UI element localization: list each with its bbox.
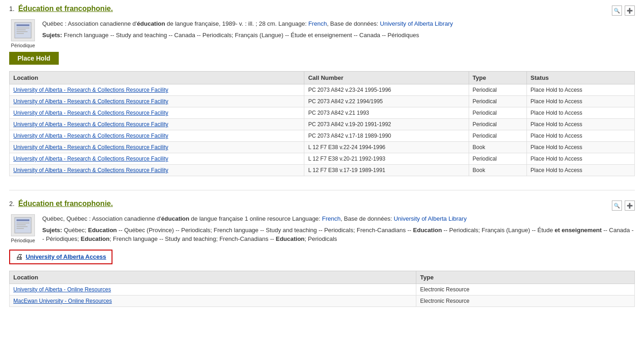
ua-access-button[interactable]: 🖨 University of Alberta Access [9,250,112,264]
status-cell: Place Hold to Access [526,107,634,119]
col-type-2: Type [416,271,635,284]
description-1: Québec : Association canadienne d'éducat… [42,19,635,28]
status-cell: Place Hold to Access [526,130,634,142]
status-cell: Place Hold to Access [526,142,634,153]
location-cell: University of Alberta - Research & Colle… [10,119,304,130]
periodique-icon-1: Périodique [9,19,37,48]
result-title-1[interactable]: Éducation et francophonie. [18,5,113,13]
callnum-cell: L 12 F7 E38 v.22-24 1994-1996 [304,142,469,153]
location-cell: University of Alberta - Research & Colle… [10,153,304,165]
svg-rect-3 [17,29,26,30]
status-cell: Place Hold to Access [526,84,634,96]
location-cell: University of Alberta - Research & Colle… [10,107,304,119]
type-cell: Periodical [469,84,526,96]
add-icon-2[interactable]: ➕ [625,200,635,211]
type-cell: Periodical [469,153,526,165]
result-title-row-1: 1. Éducation et francophonie. 🔍 ➕ [9,5,635,16]
svg-rect-10 [17,226,28,227]
ua-access-label: University of Alberta Access [26,253,106,260]
location-cell: University of Alberta - Research & Colle… [10,130,304,142]
table-row: University of Alberta - Research & Colle… [10,153,635,165]
description-2: Québec, Québec : Association canadienne … [42,214,635,223]
location-cell: University of Alberta - Research & Colle… [10,165,304,176]
result-title-link-1[interactable]: Éducation et francophonie. [18,5,113,12]
table-row: University of Alberta - Research & Colle… [10,165,635,176]
svg-rect-5 [17,33,24,34]
holdings-table-2: Location Type University of Alberta - On… [9,271,635,307]
callnum-cell: L 12 F7 E38 v.17-19 1989-1991 [304,165,469,176]
record-body-2: Périodique Québec, Québec : Association … [9,214,635,246]
svg-rect-1 [17,24,29,26]
section-divider [9,190,635,190]
col-callnum-1: Call Number [304,72,469,84]
svg-rect-4 [17,31,28,32]
periodique-label-1: Périodique [11,43,35,48]
col-location-2: Location [10,271,416,284]
result-title-link-2[interactable]: Éducation et francophonie. [18,200,113,207]
location-cell: MacEwan University - Online Resources [10,295,416,306]
search-icon-1[interactable]: 🔍 [612,6,622,16]
result-icons-2: 🔍 ➕ [612,200,635,211]
type-cell: Book [469,142,526,153]
type-cell: Periodical [469,96,526,107]
location-cell: University of Alberta - Online Resources [10,284,416,295]
type-cell: Electronic Resource [416,295,635,306]
periodique-thumbnail-1 [11,19,35,41]
add-icon-1[interactable]: ➕ [625,6,635,16]
svg-rect-7 [17,219,29,221]
periodique-icon-2: Périodique [9,214,37,243]
holdings-table-1: Location Call Number Type Status Univers… [9,71,635,176]
location-cell: University of Alberta - Research & Colle… [10,96,304,107]
type-cell: Electronic Resource [416,284,635,295]
status-cell: Place Hold to Access [526,165,634,176]
callnum-cell: PC 2073 A842 v.21 1993 [304,107,469,119]
callnum-cell: PC 2073 A842 v.19-20 1991-1992 [304,119,469,130]
place-hold-button-1[interactable]: Place Hold [9,52,59,65]
table-row: MacEwan University - Online Resources El… [10,295,635,306]
type-cell: Book [469,165,526,176]
svg-rect-11 [17,228,24,229]
result-item-1: 1. Éducation et francophonie. 🔍 ➕ [9,5,635,176]
table-row: University of Alberta - Research & Colle… [10,96,635,107]
status-cell: Place Hold to Access [526,96,634,107]
callnum-cell: PC 2073 A842 v.17-18 1989-1990 [304,130,469,142]
callnum-cell: PC 2073 A842 v.22 1994/1995 [304,96,469,107]
periodique-label-2: Périodique [11,238,35,243]
table-row: University of Alberta - Research & Colle… [10,119,635,130]
search-icon-2[interactable]: 🔍 [612,200,622,211]
result-title-row-2: 2. Éducation et francophonie. 🔍 ➕ [9,200,635,211]
table-row: University of Alberta - Online Resources… [10,284,635,295]
type-cell: Periodical [469,119,526,130]
table-row: University of Alberta - Research & Colle… [10,107,635,119]
callnum-cell: PC 2073 A842 v.23-24 1995-1996 [304,84,469,96]
sujets-1: Sujets: French language -- Study and tea… [42,31,635,40]
svg-rect-2 [17,28,29,28]
location-cell: University of Alberta - Research & Colle… [10,142,304,153]
callnum-cell: L 12 F7 E38 v.20-21 1992-1993 [304,153,469,165]
ua-access-icon: 🖨 [16,253,23,261]
record-body-1: Périodique Québec : Association canadien… [9,19,635,48]
col-type-1: Type [469,72,526,84]
record-details-2: Québec, Québec : Association canadienne … [42,214,635,246]
table-row: University of Alberta - Research & Colle… [10,142,635,153]
svg-rect-9 [17,224,26,225]
status-cell: Place Hold to Access [526,119,634,130]
svg-rect-8 [17,223,29,223]
result-icons-1: 🔍 ➕ [612,6,635,16]
result-item-2: 2. Éducation et francophonie. 🔍 ➕ [9,200,635,307]
result-number-1: 1. [9,5,15,12]
table-row: University of Alberta - Research & Colle… [10,84,635,96]
col-status-1: Status [526,72,634,84]
type-cell: Periodical [469,130,526,142]
record-details-1: Québec : Association canadienne d'éducat… [42,19,635,42]
periodique-thumbnail-2 [11,214,35,236]
location-cell: University of Alberta - Research & Colle… [10,84,304,96]
status-cell: Place Hold to Access [526,153,634,165]
result-title-2[interactable]: Éducation et francophonie. [18,200,113,208]
result-number-2: 2. [9,200,15,207]
sujets-2: Sujets: Québec; Education -- Québec (Pro… [42,226,635,244]
type-cell: Periodical [469,107,526,119]
table-row: University of Alberta - Research & Colle… [10,130,635,142]
col-location-1: Location [10,72,304,84]
